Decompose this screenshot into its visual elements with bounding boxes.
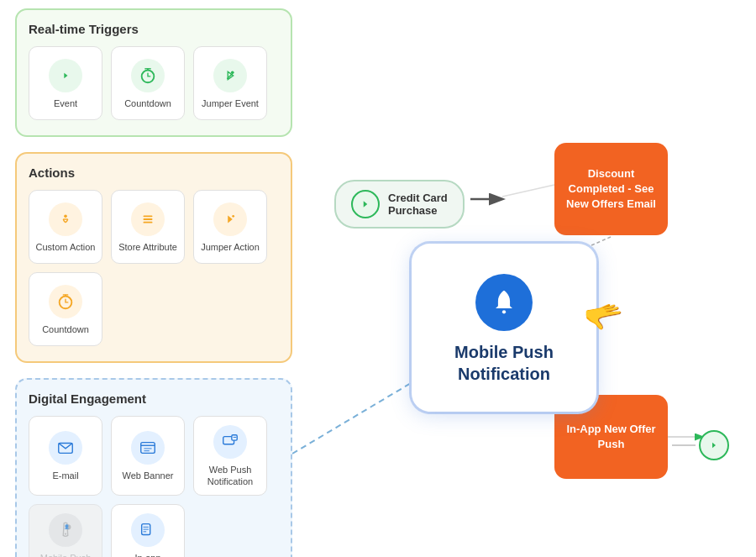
digital-items-row2: 👤 Mobile Push Notification In-app Messag… (29, 504, 279, 557)
email-icon (49, 431, 82, 465)
svg-text:👤: 👤 (64, 523, 70, 530)
web-push-icon (213, 425, 247, 459)
action-custom[interactable]: Custom Action (29, 190, 102, 264)
store-attribute-label: Store Attribute (118, 241, 177, 253)
inapp-message-icon (131, 513, 165, 547)
credit-card-label2: Purchase (388, 204, 448, 217)
credit-card-node[interactable]: Credit Card Purchase (334, 180, 465, 229)
svg-point-12 (231, 71, 234, 74)
digital-email[interactable]: E-mail (29, 416, 102, 496)
email-label: E-mail (52, 470, 78, 481)
custom-action-label: Custom Action (36, 241, 96, 253)
actions-section: Actions Custom Action Store Attribute Ju… (15, 152, 292, 363)
web-push-label: Web Push Notification (199, 464, 261, 488)
realtime-triggers-title: Real-time Triggers (29, 22, 279, 36)
action-jumper[interactable]: Jumper Action (193, 190, 267, 264)
svg-point-21 (232, 215, 234, 218)
realtime-triggers-section: Real-time Triggers Event Countdown Jumpe… (15, 8, 292, 137)
inapp-arrow-circle (699, 430, 729, 460)
countdown-action-icon (49, 285, 82, 318)
event-icon (49, 59, 82, 92)
inapp-arrow-connector (672, 430, 729, 460)
trigger-countdown[interactable]: Countdown (111, 46, 185, 120)
actions-items-row1: Custom Action Store Attribute Jumper Act… (29, 190, 279, 264)
svg-line-5 (502, 185, 554, 197)
trigger-jumper-event[interactable]: Jumper Event (193, 46, 267, 120)
mobile-push-card[interactable]: Mobile Push Notification (412, 244, 596, 412)
discount-text: Discount Completed - See New Offers Emai… (564, 166, 658, 213)
discount-box: Discount Completed - See New Offers Emai… (554, 143, 668, 235)
actions-title: Actions (29, 166, 279, 180)
mobile-push-icon-small: 👤 (49, 513, 82, 547)
action-store-attribute[interactable]: Store Attribute (111, 190, 185, 264)
trigger-event[interactable]: Event (29, 46, 102, 120)
digital-engagement-section: Digital Engagement E-mail Web Banner Web… (15, 378, 292, 557)
jumper-event-icon (213, 59, 247, 92)
jumper-action-icon (213, 202, 247, 236)
svg-point-33 (65, 533, 66, 534)
web-banner-icon (131, 431, 165, 465)
svg-rect-26 (141, 443, 155, 454)
credit-card-text: Credit Card Purchase (388, 192, 448, 217)
action-countdown[interactable]: Countdown (29, 272, 102, 346)
store-attribute-icon (131, 202, 165, 236)
svg-rect-31 (232, 435, 237, 440)
inapp-message-label: In-app Message (117, 552, 179, 557)
jumper-event-label: Jumper Event (202, 97, 259, 109)
credit-card-label1: Credit Card (388, 192, 448, 204)
digital-mobile-push[interactable]: 👤 Mobile Push Notification (29, 504, 102, 557)
web-banner-label: Web Banner (123, 470, 174, 481)
mobile-push-bell-icon (475, 274, 533, 331)
digital-web-push[interactable]: Web Push Notification (193, 416, 267, 496)
left-panel: Real-time Triggers Event Countdown Jumpe… (15, 8, 292, 557)
digital-items-row1: E-mail Web Banner Web Push Notification (29, 416, 279, 496)
svg-point-14 (64, 214, 67, 218)
inapp-connector-line (672, 444, 696, 446)
countdown-action-label: Countdown (42, 323, 89, 335)
digital-inapp-message[interactable]: In-app Message (111, 504, 185, 557)
inapp-arrow-area (672, 430, 729, 460)
realtime-triggers-items: Event Countdown Jumper Event (29, 46, 279, 120)
countdown-icon-trigger (131, 59, 165, 92)
inapp-text: In-App New Offer Push (564, 422, 658, 452)
digital-web-banner[interactable]: Web Banner (111, 416, 185, 496)
mobile-push-title: Mobile Push Notification (425, 341, 583, 385)
actions-items-row2: Countdown (29, 272, 279, 346)
mobile-push-label-small: Mobile Push Notification (34, 552, 97, 557)
jumper-action-label: Jumper Action (201, 241, 260, 253)
custom-action-icon (49, 202, 82, 236)
svg-point-40 (502, 310, 506, 313)
hand-cursor-icon: 🫳 (581, 295, 627, 338)
digital-engagement-title: Digital Engagement (29, 391, 279, 406)
credit-card-icon (351, 190, 380, 218)
countdown-label-trigger: Countdown (124, 97, 171, 109)
event-label: Event (54, 97, 77, 109)
